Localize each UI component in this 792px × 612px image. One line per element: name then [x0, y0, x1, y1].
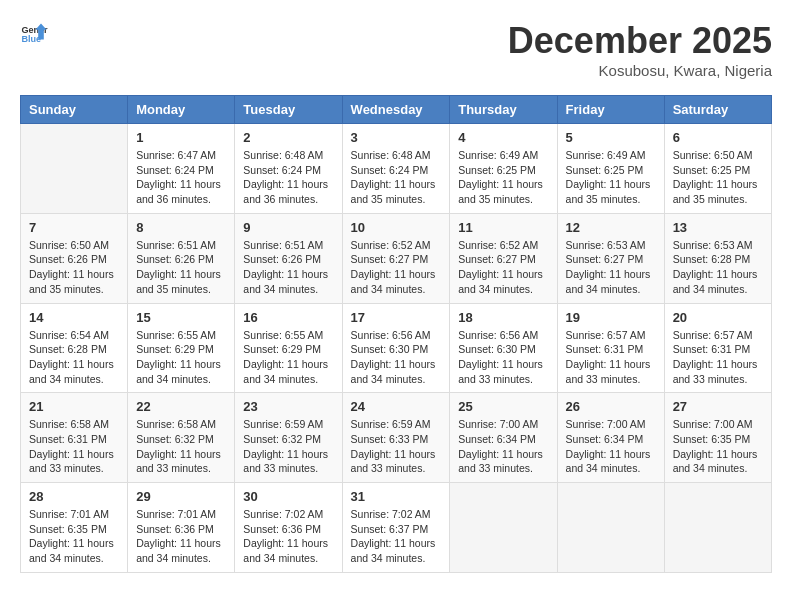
day-info: Sunrise: 6:59 AM Sunset: 6:33 PM Dayligh… [351, 417, 442, 476]
calendar-cell: 29Sunrise: 7:01 AM Sunset: 6:36 PM Dayli… [128, 483, 235, 573]
calendar-week-row: 28Sunrise: 7:01 AM Sunset: 6:35 PM Dayli… [21, 483, 772, 573]
calendar-cell: 25Sunrise: 7:00 AM Sunset: 6:34 PM Dayli… [450, 393, 557, 483]
calendar-cell: 20Sunrise: 6:57 AM Sunset: 6:31 PM Dayli… [664, 303, 771, 393]
day-number: 12 [566, 220, 656, 235]
logo: General Blue [20, 20, 48, 48]
calendar-cell: 5Sunrise: 6:49 AM Sunset: 6:25 PM Daylig… [557, 124, 664, 214]
calendar-cell [664, 483, 771, 573]
day-info: Sunrise: 6:51 AM Sunset: 6:26 PM Dayligh… [243, 238, 333, 297]
calendar-cell: 1Sunrise: 6:47 AM Sunset: 6:24 PM Daylig… [128, 124, 235, 214]
day-number: 1 [136, 130, 226, 145]
day-info: Sunrise: 6:55 AM Sunset: 6:29 PM Dayligh… [136, 328, 226, 387]
calendar-cell: 8Sunrise: 6:51 AM Sunset: 6:26 PM Daylig… [128, 213, 235, 303]
day-number: 17 [351, 310, 442, 325]
calendar-cell: 3Sunrise: 6:48 AM Sunset: 6:24 PM Daylig… [342, 124, 450, 214]
calendar-cell: 6Sunrise: 6:50 AM Sunset: 6:25 PM Daylig… [664, 124, 771, 214]
day-number: 10 [351, 220, 442, 235]
day-number: 27 [673, 399, 763, 414]
day-info: Sunrise: 7:01 AM Sunset: 6:35 PM Dayligh… [29, 507, 119, 566]
day-info: Sunrise: 6:53 AM Sunset: 6:28 PM Dayligh… [673, 238, 763, 297]
day-info: Sunrise: 6:51 AM Sunset: 6:26 PM Dayligh… [136, 238, 226, 297]
day-number: 16 [243, 310, 333, 325]
day-info: Sunrise: 6:50 AM Sunset: 6:26 PM Dayligh… [29, 238, 119, 297]
day-number: 13 [673, 220, 763, 235]
svg-text:Blue: Blue [21, 34, 41, 44]
day-info: Sunrise: 6:52 AM Sunset: 6:27 PM Dayligh… [458, 238, 548, 297]
day-number: 28 [29, 489, 119, 504]
day-number: 21 [29, 399, 119, 414]
title-block: December 2025 Kosubosu, Kwara, Nigeria [508, 20, 772, 79]
calendar-cell: 31Sunrise: 7:02 AM Sunset: 6:37 PM Dayli… [342, 483, 450, 573]
day-info: Sunrise: 6:50 AM Sunset: 6:25 PM Dayligh… [673, 148, 763, 207]
day-number: 19 [566, 310, 656, 325]
day-info: Sunrise: 6:48 AM Sunset: 6:24 PM Dayligh… [351, 148, 442, 207]
day-number: 26 [566, 399, 656, 414]
day-info: Sunrise: 6:48 AM Sunset: 6:24 PM Dayligh… [243, 148, 333, 207]
day-info: Sunrise: 6:54 AM Sunset: 6:28 PM Dayligh… [29, 328, 119, 387]
calendar-cell: 23Sunrise: 6:59 AM Sunset: 6:32 PM Dayli… [235, 393, 342, 483]
day-info: Sunrise: 7:00 AM Sunset: 6:34 PM Dayligh… [458, 417, 548, 476]
day-info: Sunrise: 6:52 AM Sunset: 6:27 PM Dayligh… [351, 238, 442, 297]
calendar-cell [450, 483, 557, 573]
calendar-cell: 30Sunrise: 7:02 AM Sunset: 6:36 PM Dayli… [235, 483, 342, 573]
calendar-cell: 10Sunrise: 6:52 AM Sunset: 6:27 PM Dayli… [342, 213, 450, 303]
day-number: 24 [351, 399, 442, 414]
day-info: Sunrise: 7:00 AM Sunset: 6:35 PM Dayligh… [673, 417, 763, 476]
day-number: 11 [458, 220, 548, 235]
day-number: 4 [458, 130, 548, 145]
day-number: 29 [136, 489, 226, 504]
day-number: 14 [29, 310, 119, 325]
calendar-cell: 12Sunrise: 6:53 AM Sunset: 6:27 PM Dayli… [557, 213, 664, 303]
day-info: Sunrise: 6:57 AM Sunset: 6:31 PM Dayligh… [673, 328, 763, 387]
day-number: 22 [136, 399, 226, 414]
day-info: Sunrise: 6:49 AM Sunset: 6:25 PM Dayligh… [458, 148, 548, 207]
calendar-cell: 7Sunrise: 6:50 AM Sunset: 6:26 PM Daylig… [21, 213, 128, 303]
day-number: 20 [673, 310, 763, 325]
day-info: Sunrise: 7:01 AM Sunset: 6:36 PM Dayligh… [136, 507, 226, 566]
day-of-week-header: Saturday [664, 96, 771, 124]
month-title: December 2025 [508, 20, 772, 62]
location: Kosubosu, Kwara, Nigeria [508, 62, 772, 79]
day-number: 2 [243, 130, 333, 145]
calendar-week-row: 14Sunrise: 6:54 AM Sunset: 6:28 PM Dayli… [21, 303, 772, 393]
day-info: Sunrise: 7:00 AM Sunset: 6:34 PM Dayligh… [566, 417, 656, 476]
day-number: 15 [136, 310, 226, 325]
day-number: 25 [458, 399, 548, 414]
calendar-cell: 24Sunrise: 6:59 AM Sunset: 6:33 PM Dayli… [342, 393, 450, 483]
day-of-week-header: Monday [128, 96, 235, 124]
day-info: Sunrise: 6:58 AM Sunset: 6:31 PM Dayligh… [29, 417, 119, 476]
logo-icon: General Blue [20, 20, 48, 48]
calendar-cell: 26Sunrise: 7:00 AM Sunset: 6:34 PM Dayli… [557, 393, 664, 483]
day-info: Sunrise: 6:56 AM Sunset: 6:30 PM Dayligh… [458, 328, 548, 387]
day-info: Sunrise: 6:47 AM Sunset: 6:24 PM Dayligh… [136, 148, 226, 207]
calendar-cell: 27Sunrise: 7:00 AM Sunset: 6:35 PM Dayli… [664, 393, 771, 483]
day-number: 30 [243, 489, 333, 504]
day-of-week-header: Thursday [450, 96, 557, 124]
day-of-week-header: Sunday [21, 96, 128, 124]
day-info: Sunrise: 6:49 AM Sunset: 6:25 PM Dayligh… [566, 148, 656, 207]
day-number: 18 [458, 310, 548, 325]
day-of-week-header: Friday [557, 96, 664, 124]
day-number: 5 [566, 130, 656, 145]
day-number: 23 [243, 399, 333, 414]
calendar-cell: 14Sunrise: 6:54 AM Sunset: 6:28 PM Dayli… [21, 303, 128, 393]
calendar-cell: 19Sunrise: 6:57 AM Sunset: 6:31 PM Dayli… [557, 303, 664, 393]
calendar-cell: 28Sunrise: 7:01 AM Sunset: 6:35 PM Dayli… [21, 483, 128, 573]
day-number: 31 [351, 489, 442, 504]
day-of-week-header: Wednesday [342, 96, 450, 124]
calendar-cell: 9Sunrise: 6:51 AM Sunset: 6:26 PM Daylig… [235, 213, 342, 303]
calendar-week-row: 1Sunrise: 6:47 AM Sunset: 6:24 PM Daylig… [21, 124, 772, 214]
calendar-week-row: 21Sunrise: 6:58 AM Sunset: 6:31 PM Dayli… [21, 393, 772, 483]
calendar-cell: 4Sunrise: 6:49 AM Sunset: 6:25 PM Daylig… [450, 124, 557, 214]
day-number: 8 [136, 220, 226, 235]
calendar-cell: 2Sunrise: 6:48 AM Sunset: 6:24 PM Daylig… [235, 124, 342, 214]
calendar-table: SundayMondayTuesdayWednesdayThursdayFrid… [20, 95, 772, 573]
day-info: Sunrise: 7:02 AM Sunset: 6:36 PM Dayligh… [243, 507, 333, 566]
day-info: Sunrise: 6:59 AM Sunset: 6:32 PM Dayligh… [243, 417, 333, 476]
calendar-cell: 16Sunrise: 6:55 AM Sunset: 6:29 PM Dayli… [235, 303, 342, 393]
page-header: General Blue December 2025 Kosubosu, Kwa… [20, 20, 772, 79]
day-number: 7 [29, 220, 119, 235]
calendar-cell [557, 483, 664, 573]
day-number: 9 [243, 220, 333, 235]
calendar-cell: 17Sunrise: 6:56 AM Sunset: 6:30 PM Dayli… [342, 303, 450, 393]
